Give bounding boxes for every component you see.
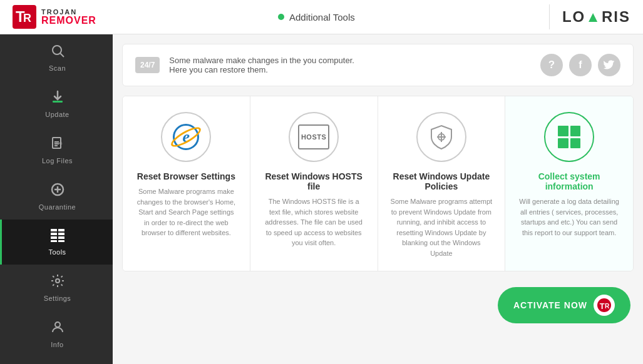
banner-badge: 24/7 (135, 57, 160, 73)
tools-grid: e Reset Browser Settings Some Malware pr… (122, 96, 634, 271)
reset-browser-icon: e (161, 112, 211, 162)
windows-logo (558, 126, 580, 148)
logo-trojan: TROJAN (41, 9, 96, 16)
banner-text: Some malware make changes in the you com… (169, 56, 531, 74)
facebook-icon-btn[interactable]: f (569, 54, 592, 76)
sidebar-item-log-files[interactable]: LOG Log Files (0, 127, 113, 173)
reset-browser-desc: Some Malware programs make changes to th… (135, 186, 237, 238)
svg-rect-21 (58, 240, 64, 242)
banner-social-icons: ? f (540, 54, 620, 76)
sidebar-item-tools[interactable]: Tools (0, 220, 113, 265)
banner-line2: Here you can restore them. (169, 65, 531, 74)
twitter-icon-btn[interactable] (598, 54, 620, 76)
sidebar-update-label: Update (45, 111, 69, 118)
reset-hosts-title: Reset Windows HOSTS file (263, 171, 365, 191)
logo-remover: REMOVER (41, 16, 96, 26)
hosts-box: HOSTS (298, 124, 329, 149)
shield-svg (428, 123, 455, 151)
svg-text:R: R (605, 303, 610, 310)
svg-rect-14 (51, 229, 57, 231)
additional-tools-label: Additional Tools (289, 12, 355, 23)
svg-rect-15 (58, 229, 64, 231)
help-icon-btn[interactable]: ? (540, 54, 563, 76)
sidebar-item-settings[interactable]: Settings (0, 265, 113, 311)
sidebar-item-quarantine[interactable]: Quarantine (0, 173, 113, 220)
collect-info-desc: Will generate a log data detailing all e… (518, 196, 620, 238)
sidebar-quarantine-label: Quarantine (39, 203, 76, 211)
tool-reset-hosts[interactable]: HOSTS Reset Windows HOSTS file The Windo… (250, 96, 378, 271)
settings-icon (50, 273, 65, 292)
sidebar-info-label: Info (51, 341, 63, 348)
tool-reset-browser[interactable]: e Reset Browser Settings Some Malware pr… (123, 96, 250, 271)
tool-reset-update[interactable]: Reset Windows Update Policies Some Malwa… (378, 96, 506, 271)
logo-area: T R TROJAN REMOVER (13, 5, 96, 29)
svg-rect-20 (51, 240, 57, 242)
tool-collect-info[interactable]: Collect system information Will generate… (505, 96, 633, 271)
svg-text:R: R (23, 12, 31, 24)
banner-line1: Some malware make changes in the you com… (169, 56, 531, 65)
header-divider (549, 4, 550, 29)
svg-point-23 (55, 322, 60, 327)
svg-rect-16 (51, 233, 57, 235)
tools-icon (50, 228, 65, 246)
sidebar-settings-label: Settings (44, 295, 71, 302)
activate-bar: ACTIVATE NOW T R (113, 281, 643, 333)
svg-rect-17 (58, 233, 64, 235)
reset-update-title: Reset Windows Update Policies (391, 171, 493, 191)
svg-point-3 (53, 46, 61, 54)
main-layout: Scan Update LOG Log Files (0, 34, 643, 364)
brand-area: LO▲RIS (537, 4, 630, 29)
sidebar-logfiles-label: Log Files (42, 157, 73, 164)
sidebar-item-scan[interactable]: Scan (0, 34, 113, 81)
content-area: 24/7 Some malware make changes in the yo… (113, 34, 643, 364)
reset-update-icon (416, 112, 466, 162)
ie-icon: e (173, 124, 199, 150)
app-header: T R TROJAN REMOVER Additional Tools LO▲R… (0, 0, 643, 34)
status-dot (278, 14, 284, 20)
sidebar-item-info[interactable]: Info (0, 311, 113, 357)
svg-rect-18 (51, 236, 57, 239)
reset-hosts-icon: HOSTS (289, 112, 339, 162)
svg-rect-5 (53, 101, 63, 103)
loaris-brand: LO▲RIS (562, 8, 630, 26)
reset-browser-title: Reset Browser Settings (137, 171, 235, 181)
update-icon (50, 89, 65, 108)
sidebar: Scan Update LOG Log Files (0, 34, 113, 364)
sidebar-tools-label: Tools (48, 248, 66, 256)
reset-hosts-desc: The Windows HOSTS file is a text file, w… (263, 196, 365, 248)
svg-rect-19 (58, 236, 64, 239)
activate-now-label: ACTIVATE NOW (513, 300, 587, 310)
log-files-icon: LOG (50, 136, 65, 154)
activate-icon: T R (594, 295, 615, 316)
quarantine-icon (50, 182, 65, 201)
svg-line-4 (60, 54, 64, 58)
sidebar-item-update[interactable]: Update (0, 81, 113, 127)
collect-info-title: Collect system information (518, 171, 620, 191)
svg-point-22 (56, 279, 59, 283)
activate-now-button[interactable]: ACTIVATE NOW T R (498, 287, 630, 323)
logo-text: TROJAN REMOVER (41, 9, 96, 26)
info-person-icon (50, 320, 65, 338)
header-center: Additional Tools (278, 12, 355, 23)
scan-icon (50, 43, 65, 62)
info-banner: 24/7 Some malware make changes in the yo… (122, 44, 634, 86)
collect-info-icon (544, 112, 594, 162)
trojan-remover-logo-icon: T R (13, 5, 36, 29)
reset-update-desc: Some Malware programs attempt to prevent… (391, 196, 493, 258)
sidebar-scan-label: Scan (49, 64, 66, 72)
